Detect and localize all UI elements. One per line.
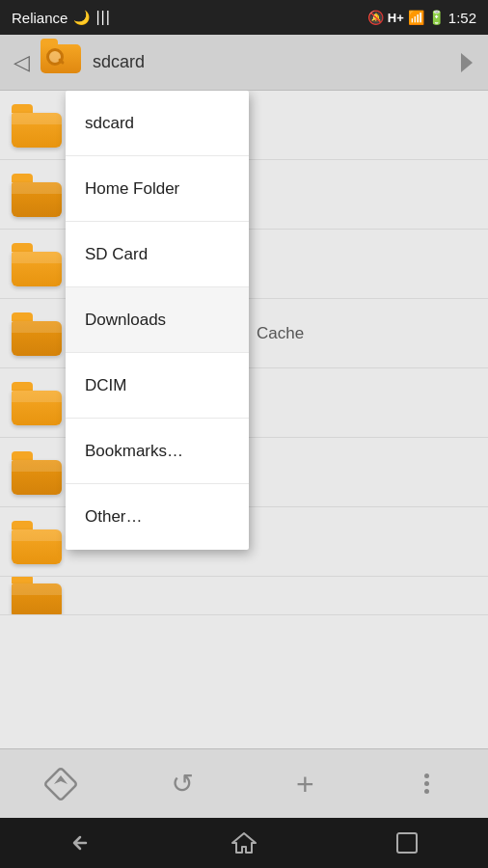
back-button[interactable]: ◁ bbox=[8, 49, 35, 76]
moon-icon: 🌙 bbox=[73, 10, 90, 25]
dropdown-menu: sdcard Home Folder SD Card Downloads DCI… bbox=[66, 91, 249, 550]
add-icon: + bbox=[296, 769, 314, 800]
navigate-button[interactable] bbox=[37, 760, 85, 808]
dropdown-item-sd-card[interactable]: SD Card bbox=[66, 222, 249, 287]
add-button[interactable]: + bbox=[281, 760, 329, 808]
dropdown-item-sdcard[interactable]: sdcard bbox=[66, 91, 249, 156]
bars-icon: ||| bbox=[95, 9, 110, 26]
battery-icon: 🔋 bbox=[428, 10, 445, 25]
dropdown-item-other[interactable]: Other… bbox=[66, 484, 249, 550]
dropdown-arrow[interactable] bbox=[461, 53, 473, 72]
svg-rect-2 bbox=[397, 833, 417, 853]
dropdown-item-dcim[interactable]: DCIM bbox=[66, 353, 249, 419]
refresh-icon: ↻ bbox=[172, 768, 194, 800]
toolbar: ◁ sdcard bbox=[0, 35, 488, 91]
toolbar-title: sdcard bbox=[93, 52, 461, 72]
status-right: 🔕 H+ 📶 🔋 1:52 bbox=[367, 10, 476, 26]
refresh-button[interactable]: ↻ bbox=[159, 760, 207, 808]
status-left: Reliance 🌙 ||| bbox=[12, 9, 111, 26]
folder-search-icon bbox=[41, 44, 81, 81]
time-label: 1:52 bbox=[448, 10, 476, 26]
nav-bar bbox=[0, 818, 488, 868]
bottom-toolbar: ↻ + bbox=[0, 748, 488, 818]
carrier-label: Reliance bbox=[12, 10, 68, 26]
more-button[interactable] bbox=[403, 760, 451, 808]
dropdown-item-home-folder[interactable]: Home Folder bbox=[66, 156, 249, 222]
nav-back-button[interactable] bbox=[57, 824, 105, 862]
main-content: Cache Art_timepass bbox=[0, 91, 488, 748]
nav-recents-button[interactable] bbox=[383, 824, 431, 862]
dropdown-item-downloads[interactable]: Downloads bbox=[66, 287, 249, 353]
status-bar: Reliance 🌙 ||| 🔕 H+ 📶 🔋 1:52 bbox=[0, 0, 488, 35]
svg-marker-1 bbox=[232, 833, 256, 853]
signal-icon: 📶 bbox=[408, 10, 424, 25]
network-icon: H+ bbox=[388, 11, 404, 25]
nav-home-button[interactable] bbox=[220, 824, 268, 862]
more-icon bbox=[424, 773, 429, 794]
svg-rect-0 bbox=[44, 768, 77, 800]
mute-icon: 🔕 bbox=[367, 10, 384, 25]
dropdown-item-bookmarks[interactable]: Bookmarks… bbox=[66, 419, 249, 484]
dropdown-overlay: sdcard Home Folder SD Card Downloads DCI… bbox=[0, 91, 488, 748]
